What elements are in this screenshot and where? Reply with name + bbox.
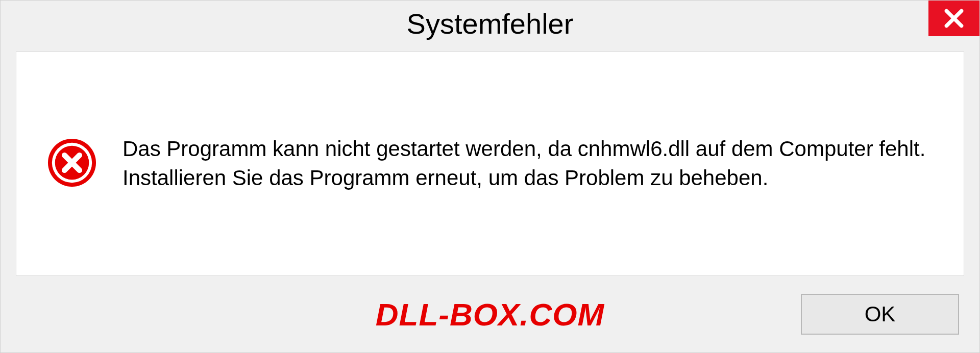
- dialog-footer: DLL-BOX.COM OK: [1, 286, 979, 352]
- error-icon: [47, 138, 97, 188]
- ok-button[interactable]: OK: [801, 294, 959, 335]
- watermark-text: DLL-BOX.COM: [376, 296, 604, 333]
- error-dialog: Systemfehler Das Programm kann nicht ges…: [0, 0, 980, 353]
- error-icon-wrap: [47, 138, 97, 190]
- error-message: Das Programm kann nicht gestartet werden…: [122, 135, 933, 192]
- content-panel: Das Programm kann nicht gestartet werden…: [16, 52, 964, 276]
- close-icon: [943, 7, 965, 30]
- titlebar: Systemfehler: [1, 1, 979, 46]
- dialog-title: Systemfehler: [407, 7, 574, 40]
- close-button[interactable]: [928, 1, 979, 36]
